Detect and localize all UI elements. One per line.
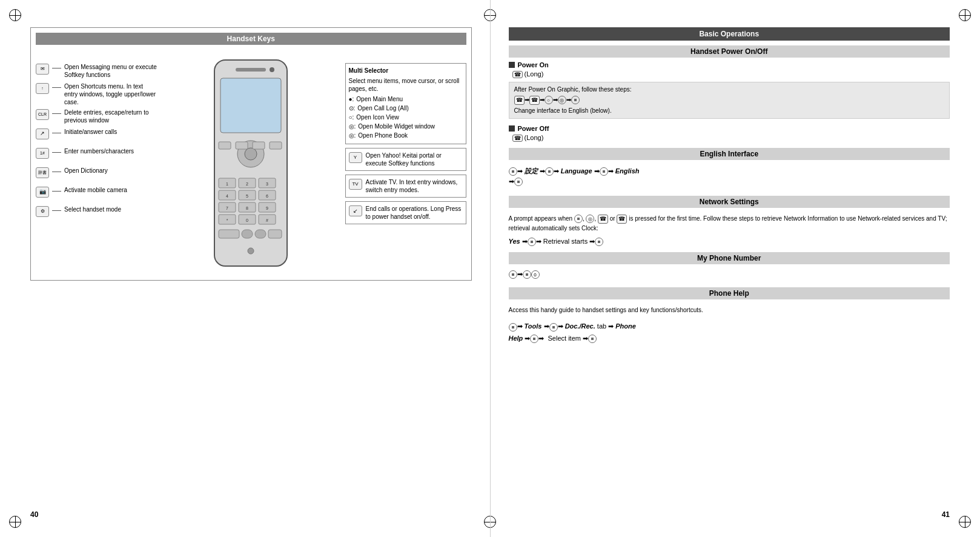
- label-text: Open Shortcuts menu. In text entry windo…: [64, 82, 157, 106]
- callout-items: ●: Open Main Menu ⊙: Open Call Log (All)…: [349, 95, 463, 139]
- my-phone-section: ➡0: [509, 268, 950, 281]
- tv-label: Activate TV. In text entry windows, swit…: [366, 178, 463, 194]
- svg-rect-3: [220, 78, 281, 133]
- dictionary-icon: 辞書: [36, 167, 49, 178]
- list-item: ⊙: Open Call Log (All): [349, 104, 463, 112]
- end-callout: ↙ End calls or operations. Long Press to…: [345, 201, 466, 224]
- tv-icon: TV: [349, 179, 362, 190]
- call-icon: ↗: [36, 128, 49, 139]
- svg-text:6: 6: [266, 194, 268, 198]
- phone-symbol-off: ☎: [512, 135, 523, 142]
- mode-icon: ⚙: [36, 206, 49, 217]
- page-number-left: 40: [30, 510, 38, 519]
- yahoo-label: Open Yahoo! Keitai portal or execute Sof…: [366, 152, 463, 167]
- label-text: Select handset mode: [64, 205, 121, 213]
- phone-svg: 1 2 3 4 5 6 7: [205, 57, 296, 275]
- svg-text:0: 0: [246, 218, 248, 222]
- svg-text:*: *: [227, 218, 228, 222]
- list-item: 1# Enter numbers/characters: [36, 147, 157, 164]
- section-header-basic-ops: Basic Operations: [509, 27, 950, 41]
- basic-ops-section: Basic Operations Handset Power On/Off Po…: [509, 27, 950, 345]
- list-item: ◎: Open Mobile Widget window: [349, 122, 463, 130]
- bullet: ○:: [349, 113, 354, 121]
- svg-rect-7: [236, 142, 248, 149]
- phone-image-area: 1 2 3 4 5 6 7: [163, 51, 339, 275]
- svg-point-38: [248, 248, 254, 254]
- bullet: ◎:: [349, 122, 356, 130]
- list-item: ⚙ Select handset mode: [36, 205, 157, 222]
- svg-text:9: 9: [266, 206, 268, 210]
- label-text: Open Messaging menu or execute Softkey f…: [64, 63, 157, 79]
- list-item: ●: Open Main Menu: [349, 95, 463, 103]
- sub-header-network: Network Settings: [509, 196, 950, 208]
- sub-header-english: English Interface: [509, 148, 950, 160]
- handset-keys-title: Handset Keys: [36, 33, 466, 45]
- power-on-title: Power On: [518, 61, 549, 68]
- phone-help-section: Access this handy guide to handset setti…: [509, 303, 950, 345]
- power-off-label: Power Off: [509, 125, 950, 132]
- svg-rect-34: [219, 230, 239, 238]
- multi-selector-callout: Multi Selector Select menu items, move c…: [345, 63, 466, 144]
- svg-rect-8: [253, 142, 265, 149]
- list-item: 📷 Activate mobile camera: [36, 186, 157, 203]
- bullet: ●:: [349, 95, 354, 103]
- end-icon: ↙: [349, 205, 362, 216]
- phone-symbol: ☎: [512, 71, 523, 78]
- callout-description: Select menu items, move cursor, or scrol…: [349, 77, 463, 93]
- power-off-subsection: Power Off ☎ (Long): [509, 125, 950, 142]
- end-label: End calls or operations. Long Press to p…: [366, 205, 463, 221]
- sub-header-my-phone: My Phone Number: [509, 252, 950, 264]
- info-intro: After Power On Graphic, follow these ste…: [514, 85, 945, 94]
- bullet: ◎:: [349, 132, 356, 139]
- list-item: ✉ Open Messaging menu or execute Softkey…: [36, 63, 157, 80]
- handset-keys-content: ✉ Open Messaging menu or execute Softkey…: [36, 51, 466, 275]
- label-text: Open Dictionary: [64, 167, 108, 175]
- network-content: A prompt appears when , ◎, ☎ or ☎ is pre…: [509, 212, 950, 236]
- power-on-symbol: ☎ (Long): [509, 70, 950, 78]
- numbers-icon: 1#: [36, 148, 49, 159]
- power-on-info-box: After Power On Graphic, follow these ste…: [509, 82, 950, 119]
- tv-callout: TV Activate TV. In text entry windows, s…: [345, 175, 466, 198]
- sub-header-power: Handset Power On/Off: [509, 45, 950, 58]
- shortcuts-icon: ↑: [36, 83, 49, 94]
- power-off-symbol: ☎ (Long): [509, 134, 950, 142]
- svg-rect-1: [236, 68, 266, 72]
- svg-text:1: 1: [226, 182, 228, 186]
- yahoo-callout: Y Open Yahoo! Keitai portal or execute S…: [345, 148, 466, 171]
- clear-icon: CLR: [36, 109, 49, 120]
- svg-rect-35: [242, 230, 253, 238]
- left-page: Handset Keys ✉ Open Messaging menu or ex…: [0, 0, 491, 537]
- svg-point-5: [245, 148, 257, 160]
- power-off-title: Power Off: [518, 125, 549, 132]
- bullet: ⊙:: [349, 104, 356, 112]
- svg-text:5: 5: [246, 194, 248, 198]
- svg-text:2: 2: [246, 182, 248, 186]
- svg-text:#: #: [266, 218, 268, 222]
- messaging-icon: ✉: [36, 64, 49, 75]
- list-item: ↗ Initiate/answer calls: [36, 128, 157, 145]
- label-text: Enter numbers/characters: [64, 147, 134, 155]
- svg-point-2: [270, 67, 274, 72]
- power-on-subsection: Power On ☎ (Long) After Power On Graphic…: [509, 61, 950, 119]
- label-text: Activate mobile camera: [64, 186, 127, 194]
- list-item: CLR Delete entries, escape/return to pre…: [36, 108, 157, 125]
- square-bullet: [509, 125, 515, 132]
- phone-help-intro: Access this handy guide to handset setti…: [509, 303, 950, 317]
- my-phone-content: ➡0: [509, 268, 950, 281]
- label-text: Initiate/answer calls: [64, 128, 117, 136]
- svg-text:3: 3: [266, 182, 268, 186]
- english-content: ➡ 設定 ➡➡ Language ➡➡ English ➡: [509, 164, 950, 190]
- left-labels: ✉ Open Messaging menu or execute Softkey…: [36, 51, 157, 275]
- network-settings-section: A prompt appears when , ◎, ☎ or ☎ is pre…: [509, 212, 950, 247]
- svg-text:8: 8: [246, 206, 248, 210]
- info-follow: Change interface to English (below).: [514, 107, 945, 115]
- svg-rect-9: [270, 142, 282, 149]
- network-steps: Yes ➡➡ Retrieval starts ➡: [509, 238, 950, 246]
- handset-keys-section: Handset Keys ✉ Open Messaging menu or ex…: [30, 27, 472, 281]
- right-callouts: Multi Selector Select menu items, move c…: [345, 51, 466, 275]
- svg-text:4: 4: [226, 194, 228, 198]
- svg-text:7: 7: [226, 206, 228, 210]
- page-number-right: 41: [942, 510, 950, 519]
- label-text: Delete entries, escape/return to previou…: [64, 108, 157, 124]
- yahoo-icon: Y: [349, 152, 362, 163]
